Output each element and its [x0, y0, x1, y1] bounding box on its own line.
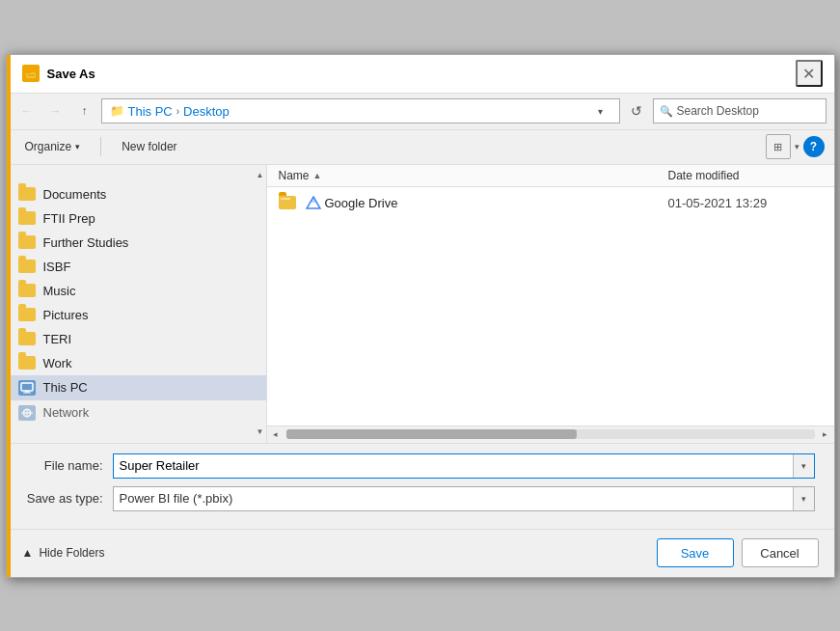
- organize-arrow: ▾: [75, 142, 80, 151]
- back-button[interactable]: ←: [14, 98, 40, 123]
- file-row-inner: Google Drive: [306, 196, 659, 210]
- col-date-header[interactable]: Date modified: [668, 169, 823, 182]
- sidebar-label-network: Network: [43, 405, 90, 420]
- folder-icon-work: [18, 356, 36, 370]
- dialog-title: Save As: [47, 67, 796, 81]
- breadcrumb-dropdown[interactable]: ▾: [590, 99, 611, 123]
- search-bar: 🔍: [653, 98, 826, 123]
- sidebar-label-this-pc: This PC: [43, 380, 88, 395]
- breadcrumb: 📁 This PC › Desktop ▾: [101, 98, 620, 123]
- folder-icon-teri: [18, 332, 36, 345]
- sidebar-item-further-studies[interactable]: Further Studies: [7, 231, 266, 255]
- folder-icon-small: 📁: [110, 104, 124, 118]
- footer: ▲ Hide Folders Save Cancel: [7, 529, 834, 577]
- breadcrumb-sep: ›: [176, 106, 179, 117]
- nav-bar: ← → ↑ 📁 This PC › Desktop ▾ ↺ 🔍: [7, 94, 834, 130]
- svg-rect-2: [27, 74, 35, 76]
- filename-label: File name:: [26, 458, 113, 473]
- svg-rect-3: [21, 383, 33, 391]
- sidebar-down-arrow[interactable]: ▼: [257, 427, 264, 436]
- hscroll-track[interactable]: [286, 429, 815, 439]
- col-name-header[interactable]: Name ▲: [279, 169, 668, 182]
- folder-icon-music: [18, 284, 36, 297]
- save-button[interactable]: Save: [657, 538, 734, 567]
- view-button[interactable]: ⊞: [766, 134, 791, 159]
- sidebar-scroll-top: ▲: [7, 169, 266, 182]
- chevron-up-icon: ▲: [22, 546, 34, 560]
- forward-button[interactable]: →: [43, 98, 68, 123]
- breadcrumb-desktop[interactable]: Desktop: [183, 104, 230, 119]
- filename-input[interactable]: [114, 454, 793, 478]
- filename-dropdown[interactable]: ▾: [793, 454, 814, 478]
- main-area: ▲ Documents FTII Prep Further Studies IS…: [7, 165, 834, 443]
- sidebar-label-further: Further Studies: [43, 235, 129, 250]
- sort-arrow: ▲: [313, 171, 322, 180]
- toolbar-separator: [100, 137, 101, 156]
- network-icon: [18, 405, 36, 421]
- sidebar-item-network[interactable]: Network: [7, 400, 266, 425]
- filetype-select-wrapper: ▾: [113, 486, 815, 511]
- toolbar: Organize ▾ New folder ⊞ ▾ ?: [7, 130, 834, 165]
- svg-rect-5: [23, 392, 31, 393]
- filename-row: File name: ▾: [26, 453, 815, 479]
- filetype-select[interactable]: [114, 487, 793, 510]
- close-button[interactable]: ✕: [796, 60, 823, 87]
- sidebar-label-work: Work: [43, 356, 72, 370]
- folder-icon-ftii: [18, 211, 36, 225]
- new-folder-label: New folder: [122, 140, 176, 153]
- col-date-text: Date modified: [668, 169, 740, 182]
- folder-icon-further: [18, 235, 36, 249]
- accent-bar: [7, 55, 11, 577]
- drive-folder-icon: [279, 196, 296, 209]
- hscroll-thumb: [286, 429, 577, 439]
- sidebar-up-arrow[interactable]: ▲: [257, 171, 264, 179]
- sidebar-label-teri: TERI: [43, 332, 72, 346]
- sidebar-label-ftii: FTII Prep: [43, 211, 95, 226]
- folder-icon-pictures: [18, 308, 36, 321]
- pc-icon: [18, 380, 36, 396]
- sidebar-item-work[interactable]: Work: [7, 351, 266, 375]
- sidebar-item-pictures[interactable]: Pictures: [7, 303, 266, 327]
- sidebar-item-music[interactable]: Music: [7, 279, 266, 303]
- folder-icon-isbf: [18, 260, 36, 273]
- sidebar-label-music: Music: [43, 284, 76, 298]
- breadcrumb-this-pc[interactable]: This PC: [128, 104, 173, 119]
- filetype-dropdown[interactable]: ▾: [793, 487, 814, 510]
- sidebar-item-this-pc[interactable]: This PC: [7, 375, 266, 400]
- hscroll-left[interactable]: ◂: [267, 425, 285, 443]
- up-button[interactable]: ↑: [72, 98, 97, 123]
- svg-rect-4: [25, 391, 29, 393]
- view-dropdown[interactable]: ▾: [795, 142, 799, 151]
- refresh-button[interactable]: ↺: [624, 98, 649, 123]
- form-area: File name: ▾ Save as type: ▾: [7, 443, 834, 529]
- filetype-label: Save as type:: [26, 491, 113, 506]
- folder-icon-documents: [18, 187, 36, 201]
- sidebar: ▲ Documents FTII Prep Further Studies IS…: [7, 165, 267, 443]
- organize-label: Organize: [25, 140, 72, 153]
- col-name-text: Name: [279, 169, 310, 182]
- sidebar-item-documents[interactable]: Documents: [7, 182, 266, 206]
- cancel-button[interactable]: Cancel: [742, 538, 819, 567]
- sidebar-label-documents: Documents: [43, 187, 107, 202]
- sidebar-item-isbf[interactable]: ISBF: [7, 255, 266, 279]
- filename-input-wrapper: ▾: [113, 453, 815, 479]
- svg-rect-1: [26, 70, 31, 73]
- content-panel: Name ▲ Date modified: [267, 165, 834, 443]
- help-button[interactable]: ?: [803, 136, 825, 157]
- organize-button[interactable]: Organize ▾: [16, 136, 90, 157]
- new-folder-button[interactable]: New folder: [113, 136, 185, 157]
- hide-folders-button[interactable]: ▲ Hide Folders: [22, 546, 105, 560]
- google-drive-icon: [306, 196, 321, 209]
- sidebar-item-teri[interactable]: TERI: [7, 327, 266, 351]
- content-list: Google Drive 01-05-2021 13:29: [267, 187, 834, 425]
- filetype-row: Save as type: ▾: [26, 486, 815, 511]
- title-bar: Save As ✕: [7, 55, 834, 94]
- content-header: Name ▲ Date modified: [267, 165, 834, 187]
- search-input[interactable]: [677, 104, 820, 118]
- toolbar-right: ⊞ ▾ ?: [766, 134, 825, 159]
- footer-buttons: Save Cancel: [657, 538, 819, 567]
- file-date-text: 01-05-2021 13:29: [668, 196, 823, 210]
- sidebar-item-ftii-prep[interactable]: FTII Prep: [7, 206, 266, 231]
- table-row[interactable]: Google Drive 01-05-2021 13:29: [267, 191, 834, 215]
- hscroll-right[interactable]: ▸: [817, 425, 834, 443]
